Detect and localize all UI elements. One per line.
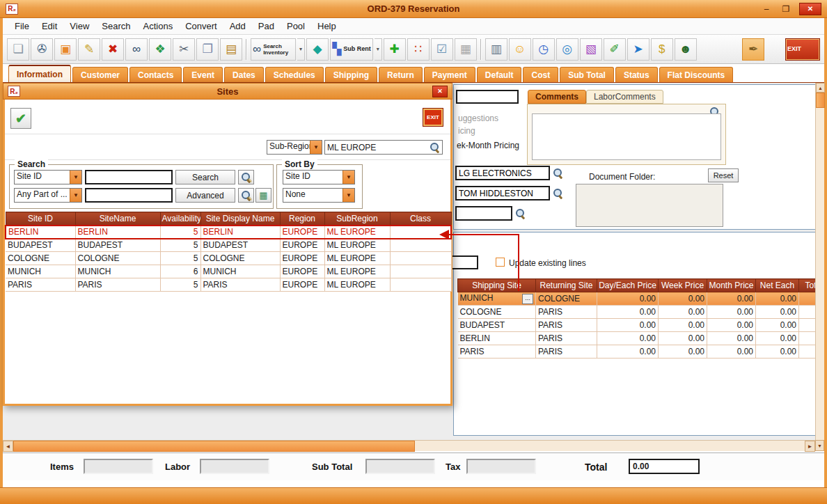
sites-row-paris[interactable]: PARISPARIS5PARISEUROPEML EUROPE xyxy=(6,278,451,292)
lines-cell-day[interactable]: 0.00 xyxy=(597,306,659,319)
document-folder-box[interactable] xyxy=(576,184,723,227)
lines-cell-day[interactable]: 0.00 xyxy=(597,292,659,306)
lookup-field[interactable] xyxy=(455,206,512,221)
sites-cell-display_name[interactable]: COLOGNE xyxy=(200,252,280,265)
sites-row-berlin[interactable]: BERLINBERLIN5BERLINEUROPEML EUROPE xyxy=(6,226,451,239)
lines-cell-net[interactable]: 0.00 xyxy=(756,292,799,306)
lines-cell-shipping[interactable]: COLOGNE xyxy=(458,306,536,319)
lines-cell-day[interactable]: 0.00 xyxy=(597,319,659,332)
sites-cell-display_name[interactable]: BUDAPEST xyxy=(200,239,280,252)
menu-item-actions[interactable]: Actions xyxy=(137,19,180,33)
lines-cell-returning[interactable]: COLOGNE xyxy=(536,292,597,306)
scroll-down-icon[interactable]: ▼ xyxy=(815,440,824,451)
search-inventory-button-dropdown[interactable]: ▾ xyxy=(297,38,305,61)
vertical-scrollbar-thumb[interactable] xyxy=(816,93,825,108)
search-edit-button[interactable]: ✎ xyxy=(238,170,254,184)
save-icon[interactable]: ▣ xyxy=(54,38,77,61)
lines-cell-week[interactable]: 0.00 xyxy=(659,332,707,345)
sites-cell-region[interactable]: EUROPE xyxy=(280,226,324,239)
lines-cell-week[interactable]: 0.00 xyxy=(659,319,707,332)
sites-cell-availability[interactable]: 6 xyxy=(160,265,200,278)
close-button[interactable]: ✕ xyxy=(799,3,821,15)
print-icon[interactable]: ✇ xyxy=(31,38,53,61)
sites-cell-region[interactable]: EUROPE xyxy=(280,239,324,252)
clock-icon[interactable]: ◷ xyxy=(533,38,555,61)
scroll-right-icon[interactable]: ► xyxy=(805,441,815,452)
sub-rent-button-dropdown[interactable]: ▾ xyxy=(375,38,382,61)
sites-cell-site_name[interactable]: BUDAPEST xyxy=(75,239,160,252)
key-arrow-icon[interactable]: ➤ xyxy=(627,38,649,61)
lines-row-berlin[interactable]: BERLINPARIS0.000.000.000.00 xyxy=(458,332,823,345)
total-field[interactable]: 0.00 xyxy=(629,459,700,474)
minimize-button[interactable]: – xyxy=(760,4,773,14)
horizontal-scrollbar-thumb[interactable] xyxy=(13,441,415,452)
subregion-value-field[interactable]: ML EUROPE xyxy=(324,140,443,155)
books-icon[interactable]: ▧ xyxy=(580,38,602,61)
sites-col-class[interactable]: Class xyxy=(390,212,451,226)
sites-cell-display_name[interactable]: BERLIN xyxy=(200,226,280,239)
lines-cell-returning[interactable]: PARIS xyxy=(536,345,597,359)
people-icon[interactable]: ☻ xyxy=(675,38,697,61)
pricing-input[interactable] xyxy=(456,90,519,104)
lines-cell-month[interactable]: 0.00 xyxy=(707,319,756,332)
chevron-down-icon[interactable]: ▼ xyxy=(342,189,354,202)
sites-cell-site_id[interactable]: BERLIN xyxy=(6,226,75,239)
advanced-edit-button[interactable]: ✎ xyxy=(238,188,254,203)
sites-cell-class[interactable] xyxy=(390,226,451,239)
lines-col-net-each[interactable]: Net Each xyxy=(756,279,799,292)
lines-cell-month[interactable]: 0.00 xyxy=(707,292,756,306)
search-button[interactable]: Search xyxy=(175,170,235,184)
customer-search-icon[interactable] xyxy=(553,168,563,178)
lines-cell-day[interactable]: 0.00 xyxy=(597,332,659,345)
lines-cell-net[interactable]: 0.00 xyxy=(756,306,799,319)
contact-field[interactable] xyxy=(455,186,550,200)
search-field-combo-1[interactable]: Site ID ▼ xyxy=(14,170,82,184)
grid-view-button[interactable]: ▦ xyxy=(255,188,271,203)
tab-flat-discounts[interactable]: Flat Discounts xyxy=(659,67,734,82)
lines-cell-shipping[interactable]: BUDAPEST xyxy=(458,319,536,332)
sites-cell-site_name[interactable]: PARIS xyxy=(75,278,160,292)
binoculars-icon[interactable]: ∞ xyxy=(125,38,148,61)
lines-cell-month[interactable]: 0.00 xyxy=(707,306,756,319)
lines-cell-week[interactable]: 0.00 xyxy=(659,306,707,319)
sites-cell-site_id[interactable]: COLOGNE xyxy=(6,252,75,265)
tab-comments[interactable]: Comments xyxy=(528,90,586,104)
grouped-items-icon[interactable]: ∷ xyxy=(407,38,430,61)
lines-cell-week[interactable]: 0.00 xyxy=(659,345,707,359)
lines-row-munich[interactable]: MUNICH...COLOGNE0.000.000.000.00 xyxy=(458,292,823,306)
menu-item-file[interactable]: File xyxy=(8,19,36,33)
maximize-button[interactable]: ❐ xyxy=(780,4,792,14)
lines-cell-returning[interactable]: PARIS xyxy=(536,306,597,319)
menu-item-pad[interactable]: Pad xyxy=(252,19,281,33)
sites-col-availability[interactable]: Availability xyxy=(160,212,200,226)
menu-item-help[interactable]: Help xyxy=(311,19,342,33)
lines-row-budapest[interactable]: BUDAPESTPARIS0.000.000.000.00 xyxy=(458,319,823,332)
lookup-search-icon[interactable] xyxy=(515,208,526,219)
ellipsis-button[interactable]: ... xyxy=(522,294,533,304)
sites-col-site-display-name[interactable]: Site Display Name xyxy=(200,212,280,226)
lines-cell-day[interactable]: 0.00 xyxy=(597,345,659,359)
scroll-up-icon[interactable]: ▲ xyxy=(816,83,825,93)
search-input-1[interactable] xyxy=(85,170,173,184)
lines-cell-returning[interactable]: PARIS xyxy=(536,319,597,332)
new-document-icon[interactable]: ❏ xyxy=(7,38,29,61)
lines-col-day-each-price[interactable]: Day/Each Price xyxy=(597,279,659,292)
sites-cell-region[interactable]: EUROPE xyxy=(280,252,324,265)
paste-icon[interactable]: ▤ xyxy=(220,38,242,61)
confirm-selection-button[interactable]: ✔ xyxy=(10,108,31,129)
comments-textarea[interactable] xyxy=(532,113,721,160)
search-inventory-button[interactable]: ∞Search Inventory xyxy=(251,38,296,61)
building-report-icon[interactable]: ▥ xyxy=(485,38,507,61)
sites-cell-site_name[interactable]: COLOGNE xyxy=(75,252,160,265)
menu-item-add[interactable]: Add xyxy=(223,19,252,33)
chevron-down-icon[interactable]: ▼ xyxy=(70,189,81,202)
edit-pencil-icon[interactable]: ✎ xyxy=(78,38,100,61)
delete-icon[interactable]: ✖ xyxy=(102,38,124,61)
sites-dialog-close-button[interactable]: ✕ xyxy=(432,86,448,97)
subregion-combo[interactable]: Sub-Region ▼ xyxy=(267,140,322,155)
search-field-combo-2[interactable]: Any Part of ... ▼ xyxy=(14,188,82,203)
dialog-exit-button[interactable]: EXIT xyxy=(423,108,443,127)
grid-icon[interactable]: ▦ xyxy=(455,38,477,61)
lines-col-week-price[interactable]: Week Price xyxy=(659,279,707,292)
lines-row-paris[interactable]: PARISPARIS0.000.000.000.00 xyxy=(458,345,823,359)
